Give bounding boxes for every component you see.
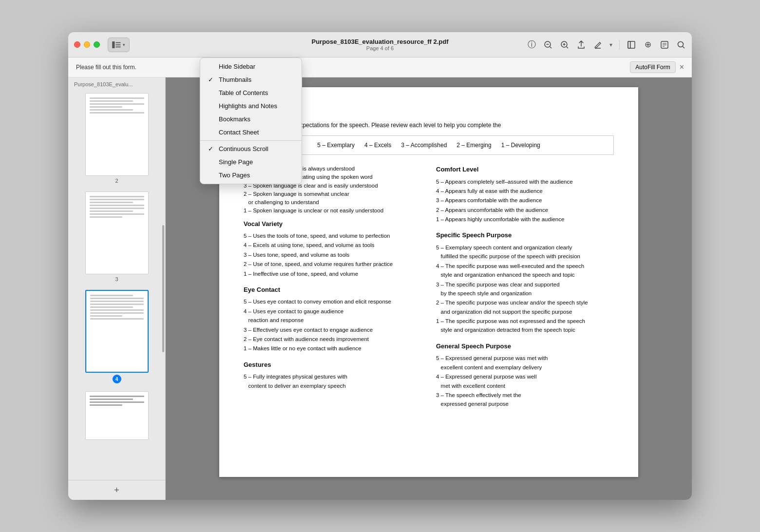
score-4: 4 – Excels [364,141,391,150]
menu-item-hide-sidebar[interactable]: Hide Sidebar [200,60,302,73]
svg-line-6 [550,47,551,48]
zoom-in-icon[interactable] [560,40,570,50]
menu-label: Hide Sidebar [219,63,255,70]
menu-item-contact-sheet[interactable]: Contact Sheet [200,126,302,139]
vocal-variety-heading: Vocal Variety [244,219,421,229]
thumbnail-item[interactable] [68,387,165,444]
menu-label: Highlights and Notes [219,102,277,110]
list-item: 4 – The specific purpose was well-execut… [436,262,614,280]
menu-separator [200,140,302,141]
menu-label: Single Page [219,158,253,166]
info-icon[interactable]: ⓘ [527,40,536,50]
expand-icon[interactable] [627,40,636,50]
list-item: 3 – Effectively uses eye contact to enga… [244,325,421,334]
add-page-button[interactable]: + [111,484,123,496]
specific-speech-list: 5 – Exemplary speech content and organiz… [436,243,614,335]
left-column: ary public speaker who is always underst… [244,165,421,409]
search-icon[interactable] [676,40,686,50]
menu-label: Two Pages [219,171,250,179]
divider1 [619,40,620,50]
list-item: 2 – Use of tone, speed, and volume requi… [244,260,421,268]
notification-close[interactable]: × [680,63,684,72]
specific-speech-section: Specific Speech Purpose 5 – Exemplary sp… [436,230,614,334]
general-speech-heading: General Speech Purpose [436,342,614,351]
menu-item-table-of-contents[interactable]: Table of Contents [200,86,302,99]
list-item: 5 – Uses eye contact to convey emotion a… [244,297,421,306]
title-info: Purpose_8103E_evaluation_resource_ff 2.p… [311,38,448,51]
menu-label: Thumbnails [219,76,251,83]
thumbnail-item[interactable]: 2 [68,89,165,188]
score-3: 3 – Accomplished [401,141,447,150]
list-item: 1 – Ineffective use of tone, speed, and … [244,269,421,278]
main-content: Purpose_8103E_evalu... 2 [68,77,692,500]
list-item: 1 – The specific purpose was not express… [436,317,614,335]
svg-rect-0 [112,41,114,48]
thumbnail-item[interactable]: 3 [68,188,165,286]
list-item: 5 – Exemplary speech content and organiz… [436,243,614,261]
menu-item-two-pages[interactable]: Two Pages [200,169,302,182]
list-item: 5 – Fully integrates physical gestures w… [244,372,421,390]
menu-item-bookmarks[interactable]: Bookmarks [200,113,302,126]
menu-item-single-page[interactable]: Single Page [200,155,302,169]
list-item: 4 – Uses eye contact to gauge audience r… [244,307,421,325]
page-label: Page 4 of 6 [366,45,394,51]
edit-icon[interactable] [660,40,669,50]
markup-chevron[interactable]: ▾ [609,41,612,48]
dropdown-menu: Hide Sidebar ✓ Thumbnails Table of Conte… [200,57,302,184]
menu-label: Bookmarks [219,115,250,123]
general-speech-list: 5 – Expressed general purpose was met wi… [436,354,614,408]
chevron-down-icon: ▾ [123,42,125,47]
score-1: 1 – Developing [501,141,540,150]
list-item: 1 – Appears highly uncomfortable with th… [436,215,614,224]
sidebar-scrollbar [162,225,164,352]
close-button[interactable] [74,41,80,48]
fullscreen-button[interactable] [94,41,100,48]
thumbnail-badge: 4 [113,375,121,383]
autofill-button[interactable]: AutoFill Form [630,61,675,73]
list-item: 5 – Uses the tools of tone, speed, and v… [244,231,421,240]
list-item: 4 – Appears fully at ease with the audie… [436,187,614,195]
vocal-variety-list: 5 – Uses the tools of tone, speed, and v… [244,231,421,278]
list-item: 3 – The speech effectively met the expre… [436,391,614,409]
thumbnail-image [85,290,149,373]
comfort-level-heading: Comfort Level [436,165,614,174]
zoom-out-icon[interactable] [543,40,553,50]
list-item: 4 – Excels at using tone, speed, and vol… [244,241,421,249]
score-2: 2 – Emerging [456,141,491,150]
sidebar-bottom: + [68,480,165,500]
check-placeholder [208,102,215,110]
markup-icon[interactable] [593,40,603,50]
menu-label: Continuous Scroll [219,145,268,152]
annotate-icon[interactable]: ⊕ [643,40,653,50]
minimize-button[interactable] [84,41,90,48]
menu-item-thumbnails[interactable]: ✓ Thumbnails [200,73,302,86]
score-5: 5 – Exemplary [317,141,355,150]
list-item: 2 – Eye contact with audience needs impr… [244,335,421,343]
comfort-level-list: 5 – Appears completely self–assured with… [436,177,614,224]
thumbnail-image [85,191,149,274]
menu-item-highlights-notes[interactable]: Highlights and Notes [200,99,302,113]
list-item: 5 – Expressed general purpose was met wi… [436,354,614,372]
app-window: ▾ Purpose_8103E_evaluation_resource_ff 2… [68,32,692,500]
menu-item-continuous-scroll[interactable]: ✓ Continuous Scroll [200,142,302,155]
svg-rect-13 [628,41,630,48]
sidebar-toggle-button[interactable]: ▾ [108,38,130,52]
vocal-variety-section: Vocal Variety 5 – Uses the tools of tone… [244,219,421,278]
specific-speech-heading: Specific Speech Purpose [436,230,614,240]
check-placeholder [208,63,215,70]
eye-contact-section: Eye Contact 5 – Uses eye contact to conv… [244,285,421,353]
comfort-level-section: Comfort Level 5 – Appears completely sel… [436,165,614,224]
svg-line-10 [567,47,568,48]
list-item: 3 – Appears comfortable with the audienc… [436,196,614,205]
traffic-lights [74,41,100,48]
check-placeholder [208,129,215,136]
svg-rect-1 [115,42,121,43]
dropdown-overlay: Hide Sidebar ✓ Thumbnails Table of Conte… [200,57,302,184]
list-item: 4 – Expressed general purpose was well m… [436,372,614,390]
sidebar-label: Purpose_8103E_evalu... [68,77,165,89]
share-icon[interactable] [576,40,586,50]
thumbnail-item-active[interactable]: 4 [68,286,165,387]
list-item: 3 – Uses tone, speed, and volume as tool… [244,250,421,259]
gestures-list: 5 – Fully integrates physical gestures w… [244,372,421,390]
list-item: 5 – Appears completely self–assured with… [436,177,614,186]
